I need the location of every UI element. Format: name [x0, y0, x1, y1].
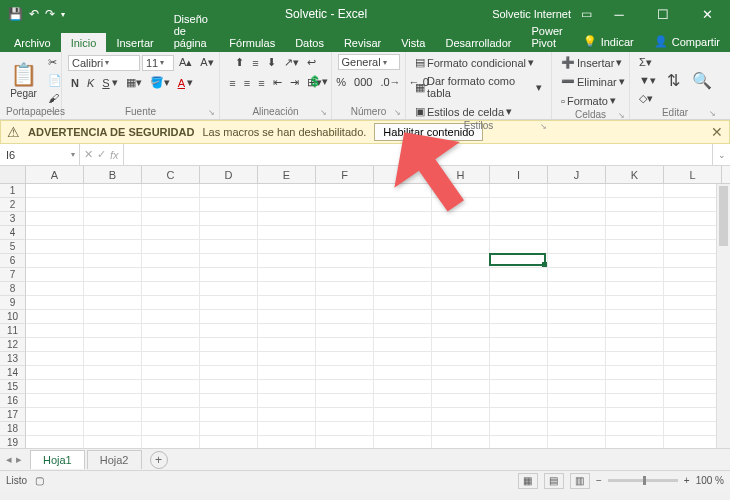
- cell[interactable]: [490, 310, 548, 324]
- number-format-combo[interactable]: General▾: [338, 54, 400, 70]
- row-header[interactable]: 6: [0, 254, 26, 268]
- decrease-indent-icon[interactable]: ⇤: [270, 74, 285, 91]
- cell[interactable]: [84, 366, 142, 380]
- cell[interactable]: [548, 184, 606, 198]
- cell[interactable]: [84, 184, 142, 198]
- cell[interactable]: [664, 254, 722, 268]
- sheet-nav-next-icon[interactable]: ▸: [16, 453, 22, 466]
- cell[interactable]: [200, 184, 258, 198]
- cell[interactable]: [374, 240, 432, 254]
- cell[interactable]: [142, 324, 200, 338]
- cell[interactable]: [490, 240, 548, 254]
- cell[interactable]: [316, 436, 374, 448]
- cell[interactable]: [664, 226, 722, 240]
- macro-record-icon[interactable]: ▢: [35, 475, 44, 486]
- cell[interactable]: [548, 296, 606, 310]
- increase-font-icon[interactable]: A▴: [176, 54, 195, 71]
- cell[interactable]: [200, 268, 258, 282]
- tab-powerpivot[interactable]: Power Pivot: [521, 21, 572, 52]
- row-header[interactable]: 11: [0, 324, 26, 338]
- column-header[interactable]: J: [548, 166, 606, 183]
- formula-input[interactable]: [124, 144, 712, 165]
- cell[interactable]: [490, 282, 548, 296]
- cell[interactable]: [432, 226, 490, 240]
- row-header[interactable]: 17: [0, 408, 26, 422]
- cell[interactable]: [200, 394, 258, 408]
- cell[interactable]: [432, 380, 490, 394]
- cell[interactable]: [432, 282, 490, 296]
- tab-developer[interactable]: Desarrollador: [435, 33, 521, 52]
- align-right-icon[interactable]: ≡: [255, 75, 267, 91]
- row-header[interactable]: 9: [0, 296, 26, 310]
- cell[interactable]: [26, 394, 84, 408]
- cell[interactable]: [200, 226, 258, 240]
- cell[interactable]: [490, 436, 548, 448]
- clear-icon[interactable]: ◇▾: [636, 90, 659, 107]
- cell[interactable]: [374, 296, 432, 310]
- cell[interactable]: [490, 408, 548, 422]
- cell[interactable]: [606, 198, 664, 212]
- cell[interactable]: [84, 380, 142, 394]
- cell[interactable]: [200, 366, 258, 380]
- cell[interactable]: [374, 436, 432, 448]
- cell[interactable]: [84, 338, 142, 352]
- vertical-scrollbar[interactable]: [716, 184, 730, 448]
- format-as-table-button[interactable]: ▦Dar formato como tabla▾: [412, 73, 545, 101]
- cell[interactable]: [200, 198, 258, 212]
- increase-decimal-icon[interactable]: .0→: [377, 74, 403, 90]
- cell[interactable]: [664, 422, 722, 436]
- cell[interactable]: [548, 212, 606, 226]
- underline-button[interactable]: S▾: [99, 74, 120, 91]
- cell[interactable]: [142, 184, 200, 198]
- cell[interactable]: [432, 212, 490, 226]
- cell[interactable]: [316, 338, 374, 352]
- cell[interactable]: [84, 240, 142, 254]
- cell[interactable]: [258, 366, 316, 380]
- cell[interactable]: [432, 324, 490, 338]
- cell[interactable]: [548, 408, 606, 422]
- view-page-layout-icon[interactable]: ▤: [544, 473, 564, 489]
- cell[interactable]: [432, 240, 490, 254]
- zoom-in-icon[interactable]: +: [684, 475, 690, 486]
- cell[interactable]: [490, 226, 548, 240]
- cell[interactable]: [316, 226, 374, 240]
- cell[interactable]: [316, 240, 374, 254]
- cell[interactable]: [432, 366, 490, 380]
- cell[interactable]: [374, 394, 432, 408]
- cell[interactable]: [200, 254, 258, 268]
- zoom-level[interactable]: 100 %: [696, 475, 724, 486]
- cell[interactable]: [374, 352, 432, 366]
- row-header[interactable]: 7: [0, 268, 26, 282]
- cell[interactable]: [258, 408, 316, 422]
- cell[interactable]: [490, 394, 548, 408]
- cell[interactable]: [316, 366, 374, 380]
- cell[interactable]: [258, 422, 316, 436]
- ribbon-options-icon[interactable]: ▭: [581, 7, 592, 21]
- sort-filter-button[interactable]: ⇅: [663, 69, 684, 92]
- cell[interactable]: [84, 352, 142, 366]
- cell[interactable]: [26, 198, 84, 212]
- cell[interactable]: [84, 212, 142, 226]
- tab-review[interactable]: Revisar: [334, 33, 391, 52]
- cell[interactable]: [258, 324, 316, 338]
- cell[interactable]: [606, 436, 664, 448]
- cell[interactable]: [26, 254, 84, 268]
- cell[interactable]: [258, 184, 316, 198]
- cell[interactable]: [548, 310, 606, 324]
- cell[interactable]: [258, 380, 316, 394]
- cell[interactable]: [142, 212, 200, 226]
- cell[interactable]: [200, 310, 258, 324]
- cell[interactable]: [84, 310, 142, 324]
- cell[interactable]: [84, 226, 142, 240]
- delete-cells-button[interactable]: ➖Eliminar▾: [558, 73, 628, 90]
- cell[interactable]: [490, 324, 548, 338]
- cell[interactable]: [142, 436, 200, 448]
- cell[interactable]: [316, 198, 374, 212]
- cell[interactable]: [664, 436, 722, 448]
- cell[interactable]: [548, 394, 606, 408]
- cell[interactable]: [490, 338, 548, 352]
- cell[interactable]: [258, 338, 316, 352]
- sheet-tab-1[interactable]: Hoja1: [30, 450, 85, 469]
- font-size-combo[interactable]: 11▾: [142, 55, 174, 71]
- cell[interactable]: [374, 184, 432, 198]
